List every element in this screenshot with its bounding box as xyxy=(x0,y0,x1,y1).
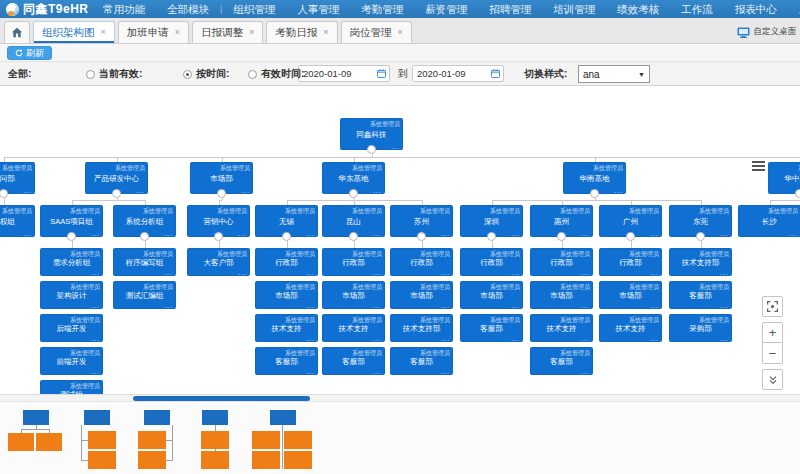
org-node[interactable]: 系统管理员客服部... xyxy=(460,314,523,342)
org-node[interactable]: 系统管理员市场部... xyxy=(390,281,453,309)
org-node[interactable]: 系统管理员程序编写组... xyxy=(113,248,176,276)
tab-2[interactable]: 加班申请× xyxy=(118,21,189,43)
node-more-button[interactable]: ... xyxy=(789,231,798,236)
node-more-button[interactable]: ... xyxy=(614,188,623,193)
node-more-button[interactable]: ... xyxy=(581,336,590,341)
refresh-button[interactable]: 刷新 xyxy=(7,46,52,60)
radio-button[interactable] xyxy=(86,70,95,79)
org-node[interactable]: 系统管理员行政部... xyxy=(599,248,662,276)
node-more-button[interactable]: ... xyxy=(238,231,247,236)
menu-item-3[interactable]: 组织管理 xyxy=(222,0,286,18)
node-expander[interactable] xyxy=(696,232,705,241)
org-node[interactable]: 系统管理员行政部... xyxy=(530,248,593,276)
custom-desktop-button[interactable]: 自定义桌面 xyxy=(737,26,797,43)
org-node[interactable]: 系统管理员长沙... xyxy=(738,205,800,237)
org-node[interactable]: 系统管理员后端开发... xyxy=(40,314,103,342)
org-node[interactable]: 系统管理员需求分析组... xyxy=(40,248,103,276)
menu-item-9[interactable]: 绩效考核 xyxy=(606,0,670,18)
node-more-button[interactable]: ... xyxy=(373,231,382,236)
filter-option-1[interactable]: 当前有效: xyxy=(86,62,142,86)
menu-item-7[interactable]: 招聘管理 xyxy=(478,0,542,18)
org-node[interactable]: 系统管理员市场部... xyxy=(530,281,593,309)
node-more-button[interactable]: ... xyxy=(650,336,659,341)
org-node[interactable]: 系统管理员市场部... xyxy=(255,281,318,309)
node-expander[interactable] xyxy=(349,189,358,198)
org-node[interactable]: 系统管理员测试组... xyxy=(40,380,103,394)
node-more-button[interactable]: ... xyxy=(391,144,400,149)
node-more-button[interactable]: ... xyxy=(306,303,315,308)
node-expander[interactable] xyxy=(626,232,635,241)
node-more-button[interactable]: ... xyxy=(720,231,729,236)
org-node[interactable]: 系统管理员技术支持部... xyxy=(390,314,453,342)
filter-option-3[interactable]: 有效时间: xyxy=(248,62,304,86)
org-node[interactable]: 系统管理员大客户部... xyxy=(187,248,250,276)
tab-5[interactable]: 岗位管理× xyxy=(341,21,412,43)
node-expander[interactable] xyxy=(795,189,800,198)
node-more-button[interactable]: ... xyxy=(91,369,100,374)
node-more-button[interactable]: ... xyxy=(91,303,100,308)
node-expander[interactable] xyxy=(487,232,496,241)
node-more-button[interactable]: ... xyxy=(306,231,315,236)
tab-close-icon[interactable]: × xyxy=(101,28,106,37)
tab-1[interactable]: 组织架构图× xyxy=(33,21,115,43)
node-expander[interactable] xyxy=(590,189,599,198)
node-more-button[interactable]: ... xyxy=(720,270,729,275)
node-expander[interactable] xyxy=(112,189,121,198)
node-more-button[interactable]: ... xyxy=(511,270,520,275)
date-from-input[interactable]: 2020-01-09 xyxy=(298,65,390,82)
node-more-button[interactable]: ... xyxy=(306,270,315,275)
node-more-button[interactable]: ... xyxy=(441,270,450,275)
node-more-button[interactable]: ... xyxy=(241,188,250,193)
org-node[interactable]: 系统管理员客服部... xyxy=(390,347,453,375)
org-node[interactable]: 系统管理员采购部... xyxy=(669,314,732,342)
node-more-button[interactable]: ... xyxy=(441,336,450,341)
node-more-button[interactable]: ... xyxy=(511,231,520,236)
node-more-button[interactable]: ... xyxy=(720,336,729,341)
org-node[interactable]: 系统管理员技术支持... xyxy=(599,314,662,342)
date-to-input[interactable]: 2020-01-09 xyxy=(412,65,504,82)
org-style-option-3[interactable] xyxy=(136,409,174,471)
node-more-button[interactable]: ... xyxy=(650,231,659,236)
org-node[interactable]: 系统管理员产权组... xyxy=(0,205,35,237)
org-node[interactable]: 系统管理员测试汇编组... xyxy=(113,281,176,309)
org-node[interactable]: 系统管理员客服部... xyxy=(322,347,385,375)
menu-item-5[interactable]: 考勤管理 xyxy=(350,0,414,18)
chart-menu-button[interactable] xyxy=(752,161,765,171)
menu-item-12[interactable]: 系统设置 xyxy=(788,0,800,18)
node-more-button[interactable]: ... xyxy=(373,336,382,341)
org-node[interactable]: 系统管理员客服部... xyxy=(530,347,593,375)
filter-option-2[interactable]: 按时间: xyxy=(183,62,229,86)
org-node[interactable]: 系统管理员技术支持部... xyxy=(669,248,732,276)
org-node[interactable]: 系统管理员行政部... xyxy=(255,248,318,276)
collapse-all-button[interactable] xyxy=(762,369,783,390)
menu-item-1[interactable]: 常用功能 xyxy=(92,0,156,18)
node-more-button[interactable]: ... xyxy=(91,336,100,341)
node-expander[interactable] xyxy=(140,232,149,241)
tab-close-icon[interactable]: × xyxy=(323,28,328,37)
menu-item-2[interactable]: 全部模块 xyxy=(156,0,220,18)
org-node[interactable]: 系统管理员客服部... xyxy=(255,347,318,375)
node-expander[interactable] xyxy=(217,189,226,198)
node-more-button[interactable]: ... xyxy=(23,188,32,193)
tab-close-icon[interactable]: × xyxy=(249,28,254,37)
tab-close-icon[interactable]: × xyxy=(398,28,403,37)
org-node[interactable]: 系统管理员前端开发... xyxy=(40,347,103,375)
node-expander[interactable] xyxy=(214,232,223,241)
node-more-button[interactable]: ... xyxy=(91,270,100,275)
fit-screen-button[interactable] xyxy=(762,296,783,317)
node-more-button[interactable]: ... xyxy=(238,270,247,275)
zoom-in-button[interactable]: + xyxy=(762,322,783,343)
org-style-option-2[interactable] xyxy=(80,409,118,471)
org-node[interactable]: 系统管理员华中基地... xyxy=(768,162,800,194)
node-more-button[interactable]: ... xyxy=(650,303,659,308)
node-more-button[interactable]: ... xyxy=(650,270,659,275)
org-node[interactable]: 系统管理员市场部... xyxy=(322,281,385,309)
menu-item-8[interactable]: 培训管理 xyxy=(542,0,606,18)
menu-item-6[interactable]: 薪资管理 xyxy=(414,0,478,18)
org-node[interactable]: 系统管理员技术支持... xyxy=(530,314,593,342)
node-more-button[interactable]: ... xyxy=(581,270,590,275)
org-node[interactable]: 系统管理员行政部... xyxy=(390,248,453,276)
node-more-button[interactable]: ... xyxy=(581,231,590,236)
node-more-button[interactable]: ... xyxy=(373,369,382,374)
org-node[interactable]: 系统管理员市场部... xyxy=(599,281,662,309)
